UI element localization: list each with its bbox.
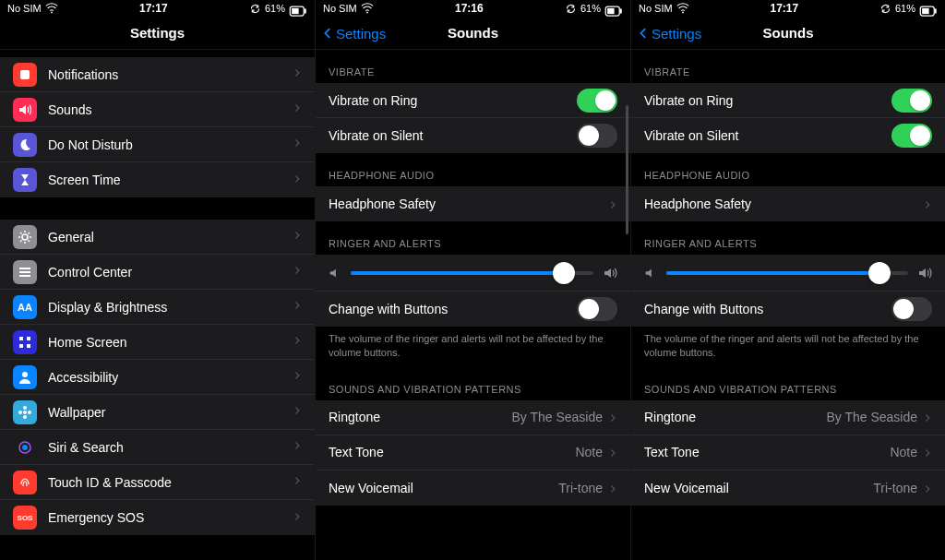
svg-rect-12 bbox=[19, 344, 23, 348]
toggle-vibrate-on-silent[interactable] bbox=[891, 124, 932, 148]
sliders-icon bbox=[13, 260, 37, 284]
section-group: Ringtone By The Seaside Text Tone Note N… bbox=[316, 400, 630, 506]
section-header: RINGER AND ALERTS bbox=[631, 221, 945, 255]
settings-row-accessibility[interactable]: Accessibility bbox=[0, 360, 315, 395]
section-header: HEADPHONE AUDIO bbox=[631, 153, 945, 186]
settings-row-display-brightness[interactable]: AA Display & Brightness bbox=[0, 290, 315, 325]
scroll-area[interactable]: Notifications Sounds Do Not Disturb Scre… bbox=[0, 50, 315, 560]
settings-group: Notifications Sounds Do Not Disturb Scre… bbox=[0, 57, 315, 197]
chevron-right-icon bbox=[923, 446, 932, 459]
carrier-label: No SIM bbox=[7, 3, 42, 14]
row-label: Change with Buttons bbox=[329, 302, 577, 316]
scrollbar[interactable] bbox=[626, 105, 628, 234]
svg-rect-6 bbox=[19, 268, 30, 269]
toggle-change-with-buttons[interactable] bbox=[891, 297, 932, 321]
settings-row-wallpaper[interactable]: Wallpaper bbox=[0, 395, 315, 430]
row-new-voicemail[interactable]: New Voicemail Tri-tone bbox=[316, 471, 630, 506]
toggle-vibrate-on-ring[interactable] bbox=[891, 89, 932, 113]
section-header: RINGER AND ALERTS bbox=[316, 221, 630, 255]
battery-icon bbox=[289, 2, 307, 15]
settings-row-do-not-disturb[interactable]: Do Not Disturb bbox=[0, 127, 315, 162]
section-header: VIBRATE bbox=[631, 50, 945, 83]
row-vibrate-on-ring[interactable]: Vibrate on Ring bbox=[631, 83, 945, 118]
row-label: Vibrate on Silent bbox=[329, 128, 577, 143]
status-bar: No SIM 17:17 61% bbox=[631, 0, 945, 17]
sos-text-icon: SOS bbox=[13, 506, 37, 530]
settings-row-general[interactable]: General bbox=[0, 220, 315, 255]
settings-row-home-screen[interactable]: Home Screen bbox=[0, 325, 315, 360]
svg-point-18 bbox=[18, 411, 22, 414]
chevron-right-icon bbox=[293, 369, 302, 385]
svg-point-15 bbox=[23, 411, 27, 414]
settings-row-notifications[interactable]: Notifications bbox=[0, 57, 315, 92]
clock: 17:17 bbox=[139, 2, 168, 15]
toggle-vibrate-on-ring[interactable] bbox=[577, 89, 617, 113]
row-value: By The Seaside bbox=[826, 410, 917, 424]
chevron-right-icon bbox=[923, 411, 932, 423]
gear-icon bbox=[13, 225, 37, 249]
row-vibrate-on-ring[interactable]: Vibrate on Ring bbox=[316, 83, 630, 118]
settings-row-emergency-sos[interactable]: SOS Emergency SOS bbox=[0, 500, 315, 535]
row-ringtone[interactable]: Ringtone By The Seaside bbox=[316, 400, 630, 435]
row-label: Control Center bbox=[48, 265, 293, 280]
section-header: SOUNDS AND VIBRATION PATTERNS bbox=[631, 367, 945, 400]
back-button[interactable]: Settings bbox=[321, 17, 386, 50]
back-button[interactable]: Settings bbox=[637, 17, 701, 50]
nav-bar: Settings Sounds bbox=[316, 17, 630, 50]
row-new-voicemail[interactable]: New Voicemail Tri-tone bbox=[631, 471, 945, 506]
row-label: Screen Time bbox=[48, 173, 293, 187]
section-footer: The volume of the ringer and alerts will… bbox=[316, 327, 630, 367]
back-label: Settings bbox=[652, 26, 701, 42]
settings-row-screen-time[interactable]: Screen Time bbox=[0, 162, 315, 197]
row-label: Headphone Safety bbox=[644, 197, 923, 211]
chevron-right-icon bbox=[293, 474, 302, 490]
row-label: General bbox=[48, 230, 293, 244]
settings-row-touch-id-passcode[interactable]: Touch ID & Passcode bbox=[0, 465, 315, 500]
row-headphone-safety[interactable]: Headphone Safety bbox=[631, 186, 945, 221]
toggle-vibrate-on-silent[interactable] bbox=[577, 124, 617, 148]
row-vibrate-on-silent[interactable]: Vibrate on Silent bbox=[631, 118, 945, 153]
section-group: Change with Buttons bbox=[316, 255, 630, 327]
row-change-with-buttons[interactable]: Change with Buttons bbox=[631, 292, 945, 327]
row-value: Note bbox=[575, 445, 603, 459]
clock: 17:17 bbox=[770, 2, 798, 15]
chevron-right-icon bbox=[293, 404, 302, 420]
ringer-volume-slider[interactable] bbox=[666, 271, 908, 275]
scroll-area[interactable]: VIBRATE Vibrate on Ring Vibrate on Silen… bbox=[631, 50, 945, 560]
svg-text:AA: AA bbox=[18, 302, 32, 313]
row-headphone-safety[interactable]: Headphone Safety bbox=[316, 186, 630, 221]
section-header: SOUNDS AND VIBRATION PATTERNS bbox=[316, 367, 630, 400]
scroll-area[interactable]: VIBRATE Vibrate on Ring Vibrate on Silen… bbox=[316, 50, 630, 560]
letter-a-icon: AA bbox=[13, 295, 37, 319]
page-title: Settings bbox=[130, 25, 185, 41]
chevron-right-icon bbox=[293, 173, 302, 188]
row-change-with-buttons[interactable]: Change with Buttons bbox=[316, 292, 630, 327]
row-label: Ringtone bbox=[644, 410, 826, 424]
row-text-tone[interactable]: Text Tone Note bbox=[631, 435, 945, 471]
toggle-change-with-buttons[interactable] bbox=[577, 297, 617, 321]
row-value: Note bbox=[890, 445, 917, 459]
settings-row-sounds[interactable]: Sounds bbox=[0, 92, 315, 127]
settings-row-control-center[interactable]: Control Center bbox=[0, 255, 315, 290]
svg-point-5 bbox=[22, 234, 28, 240]
battery-percent: 61% bbox=[895, 3, 915, 14]
row-value: Tri-tone bbox=[873, 481, 917, 495]
screen-0: No SIM 17:17 61% Settings Notifications … bbox=[0, 0, 316, 560]
row-text-tone[interactable]: Text Tone Note bbox=[316, 435, 630, 471]
settings-row-siri-search[interactable]: Siri & Search bbox=[0, 430, 315, 465]
carrier-label: No SIM bbox=[639, 3, 673, 14]
row-label: Home Screen bbox=[48, 335, 293, 350]
chevron-right-icon bbox=[923, 482, 932, 494]
chevron-right-icon bbox=[923, 197, 932, 210]
row-label: Headphone Safety bbox=[329, 197, 608, 211]
svg-point-14 bbox=[22, 372, 28, 377]
hourglass-icon bbox=[13, 168, 37, 192]
carrier-label: No SIM bbox=[323, 3, 357, 14]
row-ringtone[interactable]: Ringtone By The Seaside bbox=[631, 400, 945, 435]
svg-point-27 bbox=[682, 12, 684, 14]
ringer-volume-slider[interactable] bbox=[351, 271, 593, 275]
row-vibrate-on-silent[interactable]: Vibrate on Silent bbox=[316, 118, 630, 153]
page-title: Sounds bbox=[763, 25, 814, 41]
speaker-icon bbox=[13, 98, 37, 122]
person-icon bbox=[13, 365, 37, 389]
